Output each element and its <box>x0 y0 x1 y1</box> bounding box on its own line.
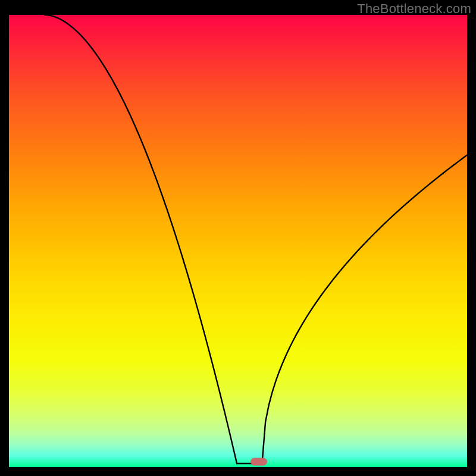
plot-area <box>9 15 467 467</box>
optimal-point-marker <box>250 458 267 465</box>
chart-stage: TheBottleneck.com <box>0 0 476 476</box>
bottleneck-curve <box>9 15 467 467</box>
